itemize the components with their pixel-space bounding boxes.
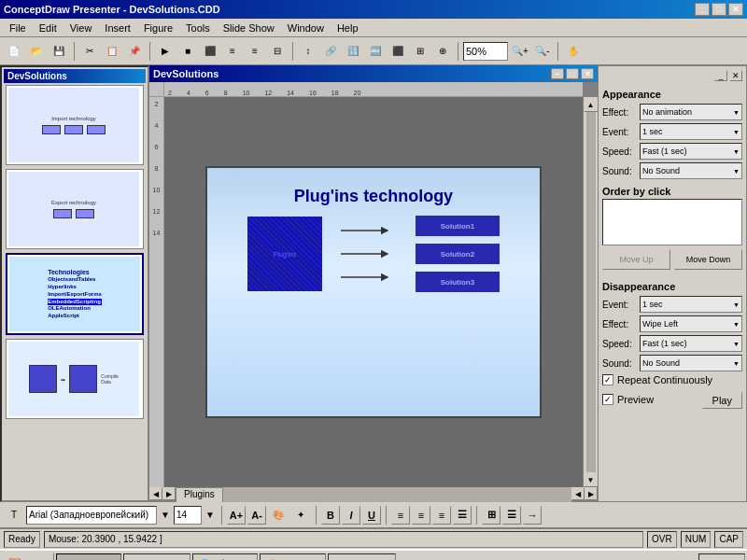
- new-button[interactable]: 📄: [4, 41, 24, 62]
- rp-minimize[interactable]: _: [714, 70, 727, 81]
- slide-win-minimize[interactable]: −: [551, 68, 564, 79]
- menu-slideshow[interactable]: Slide Show: [218, 21, 280, 35]
- paste-button[interactable]: 📌: [124, 41, 145, 62]
- grow-font-btn[interactable]: A+: [227, 506, 246, 525]
- table-btn[interactable]: ⊞: [482, 506, 500, 525]
- menu-figure[interactable]: Figure: [138, 21, 178, 35]
- font-size-combo[interactable]: 14: [174, 506, 202, 525]
- dis-event-combo[interactable]: 1 sec ▼: [640, 296, 742, 313]
- tab-nav-prev[interactable]: ◀: [149, 487, 162, 500]
- slide-canvas[interactable]: Plug'ins technology Plug'ins: [164, 97, 583, 487]
- tb-btn6[interactable]: ⊟: [267, 41, 288, 62]
- tb-btn4[interactable]: ≡: [222, 41, 243, 62]
- tb-btn13[interactable]: ⊕: [432, 41, 453, 62]
- app-sound-combo[interactable]: No Sound ▼: [640, 162, 742, 179]
- special-btn[interactable]: ✦: [290, 505, 311, 525]
- app-effect-combo[interactable]: No animation ▼: [640, 104, 742, 120]
- menu-view[interactable]: View: [64, 21, 98, 35]
- slide-win-close[interactable]: ✕: [581, 68, 594, 79]
- dis-sound-row: Sound: No Sound ▼: [602, 355, 742, 371]
- task-item-1[interactable]: 🖥 Conce...: [56, 553, 121, 560]
- align-justify-btn[interactable]: ☰: [453, 506, 472, 525]
- hscroll-track[interactable]: [223, 487, 571, 502]
- menu-insert[interactable]: Insert: [99, 21, 136, 35]
- tb-btn1[interactable]: ▶: [155, 41, 176, 62]
- maximize-button[interactable]: □: [712, 3, 726, 16]
- start-button[interactable]: 🪟 Пуск: [2, 553, 54, 560]
- move-down-button[interactable]: Move Down: [674, 249, 742, 270]
- underline-button[interactable]: U: [362, 506, 381, 525]
- tb-btn2[interactable]: ■: [177, 41, 198, 62]
- slide-thumb-1[interactable]: Import technology: [6, 85, 144, 165]
- font-icon[interactable]: T: [4, 505, 24, 525]
- tb-btn8[interactable]: 🔗: [320, 41, 341, 62]
- menu-edit[interactable]: Edit: [34, 21, 63, 35]
- save-button[interactable]: 💾: [49, 41, 69, 62]
- slide-window-buttons[interactable]: − □ ✕: [551, 68, 594, 79]
- hscroll-right[interactable]: ▶: [585, 487, 598, 500]
- tb-btn10[interactable]: 🔤: [365, 41, 386, 62]
- zoom-in-button[interactable]: 🔍+: [510, 41, 530, 62]
- italic-button[interactable]: I: [342, 506, 360, 525]
- task-item-5[interactable]: 🖥 MainWin...: [328, 553, 396, 560]
- slide-thumb-2[interactable]: Export technology: [6, 169, 144, 249]
- tb-btn9[interactable]: 🔢: [343, 41, 363, 62]
- vscroll-up[interactable]: ▲: [584, 97, 599, 112]
- slide-thumb-4[interactable]: ➡ CompileData: [6, 339, 144, 419]
- font-combo-arrow[interactable]: ▼: [159, 505, 172, 525]
- move-up-button[interactable]: Move Up: [602, 249, 670, 270]
- zoom-combo[interactable]: [463, 42, 508, 61]
- dis-effect-combo[interactable]: Wipe Left ▼: [640, 315, 742, 332]
- bold-button[interactable]: B: [321, 506, 340, 525]
- rp-close[interactable]: ✕: [729, 70, 742, 81]
- indent-btn[interactable]: →: [523, 506, 542, 525]
- align-left-btn[interactable]: ≡: [391, 506, 410, 525]
- align-right-btn[interactable]: ≡: [432, 506, 451, 525]
- tb-btn12[interactable]: ⊞: [410, 41, 430, 62]
- vscroll-track[interactable]: [586, 112, 596, 472]
- minimize-button[interactable]: _: [695, 3, 710, 16]
- font-size-arrow[interactable]: ▼: [204, 505, 217, 525]
- tb-btn11[interactable]: ⬛: [388, 41, 408, 62]
- hscroll-left[interactable]: ◀: [571, 487, 585, 500]
- shrink-font-btn[interactable]: A-: [247, 506, 266, 525]
- play-button[interactable]: Play: [702, 392, 742, 409]
- dis-speed-combo[interactable]: Fast (1 sec) ▼: [640, 335, 742, 352]
- close-button[interactable]: ✕: [728, 3, 743, 16]
- task-item-4[interactable]: 📦 WinZip (..: [260, 553, 326, 560]
- repeat-checkbox[interactable]: ✓: [602, 374, 613, 385]
- app-event-combo[interactable]: 1 sec ▼: [640, 123, 742, 140]
- preview-checkbox[interactable]: ✓: [602, 394, 613, 405]
- cut-button[interactable]: ✂: [79, 41, 100, 62]
- app-sound-arrow: ▼: [733, 168, 740, 175]
- task-item-2[interactable]: 🖥 Concept...: [123, 553, 190, 560]
- font-name-combo[interactable]: Arial (Западноевропейский): [26, 506, 157, 525]
- dis-sound-combo[interactable]: No Sound ▼: [640, 355, 742, 371]
- thumb-img-3: Technologies ObjectsandTables Hyperlinks…: [9, 257, 140, 331]
- app-speed-combo[interactable]: Fast (1 sec) ▼: [640, 143, 742, 160]
- slide-win-maximize[interactable]: □: [566, 68, 579, 79]
- hand-tool-button[interactable]: ✋: [563, 41, 584, 62]
- app-speed-arrow: ▼: [733, 148, 740, 155]
- tb-btn3[interactable]: ⬛: [200, 41, 220, 62]
- zoom-out-button[interactable]: 🔍-: [532, 41, 553, 62]
- copy-button[interactable]: 📋: [102, 41, 122, 62]
- title-bar-buttons[interactable]: _ □ ✕: [695, 3, 743, 16]
- tb-btn7[interactable]: ↕: [298, 41, 318, 62]
- menu-window[interactable]: Window: [282, 21, 330, 35]
- arrows-svg: [341, 217, 397, 291]
- tb-btn5[interactable]: ≡: [245, 41, 265, 62]
- slide-thumb-3[interactable]: Technologies ObjectsandTables Hyperlinks…: [6, 253, 144, 335]
- slide-tab-plugins[interactable]: Plugins: [176, 487, 223, 502]
- menu-file[interactable]: File: [4, 21, 32, 35]
- align-center-btn[interactable]: ≡: [412, 506, 430, 525]
- tab-nav-next[interactable]: ▶: [162, 487, 176, 500]
- menu-tools[interactable]: Tools: [180, 21, 216, 35]
- color-btn[interactable]: 🎨: [268, 505, 289, 525]
- open-button[interactable]: 📂: [26, 41, 47, 62]
- menu-help[interactable]: Help: [331, 21, 364, 35]
- list-btn[interactable]: ☰: [502, 506, 521, 525]
- slide[interactable]: Plug'ins technology Plug'ins: [205, 166, 542, 418]
- task-item-3[interactable]: 🌐 Обзор -: [192, 553, 258, 560]
- vscroll-down[interactable]: ▼: [584, 472, 599, 487]
